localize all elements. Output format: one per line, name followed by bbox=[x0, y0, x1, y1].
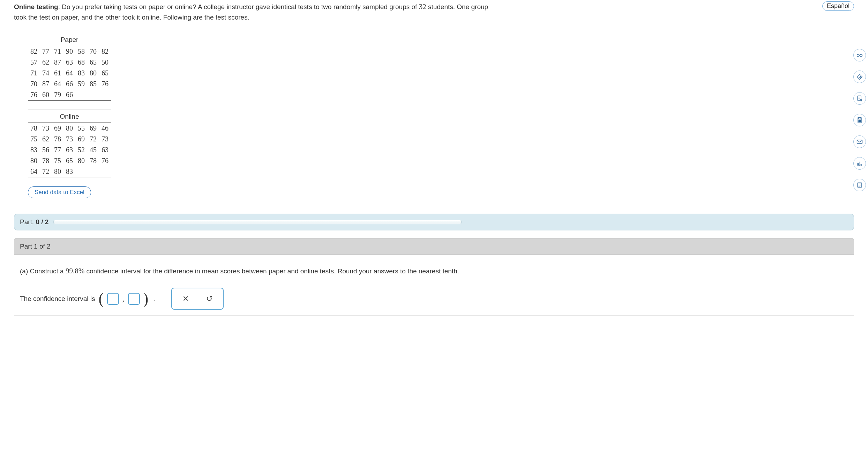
data-cell: 75 bbox=[52, 155, 63, 166]
ci-lower-input[interactable] bbox=[107, 293, 119, 305]
paper-table: Paper 8277719058708257628763686550717461… bbox=[28, 33, 111, 101]
data-cell: 62 bbox=[40, 134, 52, 145]
data-cell: 76 bbox=[99, 155, 111, 166]
data-cell: 65 bbox=[63, 155, 75, 166]
table-row: 76607966 bbox=[28, 89, 111, 101]
data-cell: 82 bbox=[28, 46, 40, 57]
data-cell: 69 bbox=[52, 123, 63, 134]
data-cell: 90 bbox=[63, 46, 75, 57]
data-cell: 46 bbox=[99, 123, 111, 134]
data-cell: 80 bbox=[28, 155, 40, 166]
header-row: Online testing: Do you prefer taking tes… bbox=[14, 1, 854, 22]
right-paren: ) bbox=[143, 292, 149, 306]
svg-rect-5 bbox=[859, 118, 861, 119]
data-cell bbox=[87, 89, 99, 101]
progress-section: Part: 0 / 2 bbox=[14, 214, 854, 230]
progress-value: 0 / 2 bbox=[36, 218, 48, 226]
clear-icon[interactable]: ✕ bbox=[182, 292, 189, 306]
data-cell: 78 bbox=[87, 155, 99, 166]
data-cell: 57 bbox=[28, 57, 40, 68]
side-toolbar bbox=[853, 49, 866, 191]
table-row: 70876466598576 bbox=[28, 79, 111, 89]
table-row: 78736980556946 bbox=[28, 123, 111, 134]
glasses-icon[interactable] bbox=[853, 49, 866, 61]
data-cell: 63 bbox=[99, 145, 111, 155]
data-cell: 85 bbox=[87, 79, 99, 89]
data-cell: 69 bbox=[87, 123, 99, 134]
table-row: 71746164838065 bbox=[28, 68, 111, 79]
data-cell: 63 bbox=[63, 57, 75, 68]
data-cell: 64 bbox=[28, 166, 40, 177]
data-cell: 83 bbox=[28, 145, 40, 155]
part-1-header: Part 1 of 2 bbox=[14, 238, 854, 255]
table-row: 64728083 bbox=[28, 166, 111, 177]
data-cell: 45 bbox=[87, 145, 99, 155]
data-cell: 70 bbox=[28, 79, 40, 89]
send-to-excel-button[interactable]: Send data to Excel bbox=[28, 186, 91, 198]
data-cell: 82 bbox=[99, 46, 111, 57]
data-cell: 69 bbox=[75, 134, 87, 145]
svg-rect-14 bbox=[859, 162, 860, 165]
paper-table-title: Paper bbox=[28, 33, 111, 46]
data-cell: 72 bbox=[87, 134, 99, 145]
calculator-icon[interactable] bbox=[853, 114, 866, 126]
ci-prefix: The confidence interval is bbox=[20, 293, 95, 305]
online-table: Online 787369805569467562787369727383567… bbox=[28, 110, 111, 177]
data-cell: 66 bbox=[63, 79, 75, 89]
data-cell: 58 bbox=[75, 46, 87, 57]
svg-point-8 bbox=[860, 120, 861, 120]
data-cell: 63 bbox=[63, 145, 75, 155]
question-text-after: confidence interval for the difference i… bbox=[84, 267, 459, 275]
data-cell: 78 bbox=[40, 155, 52, 166]
progress-label: Part: 0 / 2 bbox=[20, 218, 48, 226]
left-paren: ( bbox=[98, 292, 104, 306]
language-toggle[interactable]: Español bbox=[822, 1, 854, 11]
table-row: 57628763686550 bbox=[28, 57, 111, 68]
svg-point-1 bbox=[860, 54, 862, 57]
table-row: 82777190587082 bbox=[28, 46, 111, 57]
data-cell: 61 bbox=[52, 68, 63, 79]
data-cell: 80 bbox=[52, 166, 63, 177]
question-a: (a) Construct a 99.8% confidence interva… bbox=[20, 265, 848, 278]
data-cell: 65 bbox=[87, 57, 99, 68]
doc-search-icon[interactable] bbox=[853, 92, 866, 105]
reset-icon[interactable]: ↺ bbox=[206, 292, 212, 306]
question-letter: (a) bbox=[20, 267, 30, 275]
data-cell: 60 bbox=[40, 89, 52, 101]
mail-icon[interactable] bbox=[853, 135, 866, 148]
refresh-diamond-icon[interactable] bbox=[853, 71, 866, 83]
sample-size: 32 bbox=[419, 2, 426, 11]
data-cell bbox=[75, 166, 87, 177]
answer-line: The confidence interval is ( , ) . ✕ ↺ bbox=[20, 288, 848, 310]
svg-point-10 bbox=[859, 121, 860, 122]
svg-point-6 bbox=[859, 120, 859, 120]
data-cell: 65 bbox=[99, 68, 111, 79]
online-table-title: Online bbox=[28, 110, 111, 123]
data-cell: 56 bbox=[40, 145, 52, 155]
ci-upper-input[interactable] bbox=[128, 293, 140, 305]
svg-point-7 bbox=[859, 120, 860, 120]
confidence-level: 99.8% bbox=[66, 267, 84, 275]
progress-track bbox=[53, 220, 462, 224]
table-row: 83567763524563 bbox=[28, 145, 111, 155]
data-cell: 74 bbox=[40, 68, 52, 79]
svg-point-11 bbox=[860, 121, 861, 122]
bar-chart-icon[interactable] bbox=[853, 157, 866, 170]
svg-rect-12 bbox=[857, 140, 862, 143]
table-row: 75627873697273 bbox=[28, 134, 111, 145]
data-cell: 76 bbox=[28, 89, 40, 101]
list-doc-icon[interactable] bbox=[853, 179, 866, 191]
svg-point-9 bbox=[859, 121, 859, 122]
problem-lead: Online testing bbox=[14, 3, 58, 10]
data-cell: 72 bbox=[40, 166, 52, 177]
data-tables: Paper 8277719058708257628763686550717461… bbox=[28, 33, 854, 198]
data-cell: 75 bbox=[28, 134, 40, 145]
data-cell: 73 bbox=[63, 134, 75, 145]
data-cell: 50 bbox=[99, 57, 111, 68]
data-cell: 80 bbox=[87, 68, 99, 79]
data-cell: 73 bbox=[99, 134, 111, 145]
data-cell bbox=[87, 166, 99, 177]
part-1-body: (a) Construct a 99.8% confidence interva… bbox=[14, 255, 854, 316]
data-cell: 77 bbox=[40, 46, 52, 57]
data-cell: 73 bbox=[40, 123, 52, 134]
